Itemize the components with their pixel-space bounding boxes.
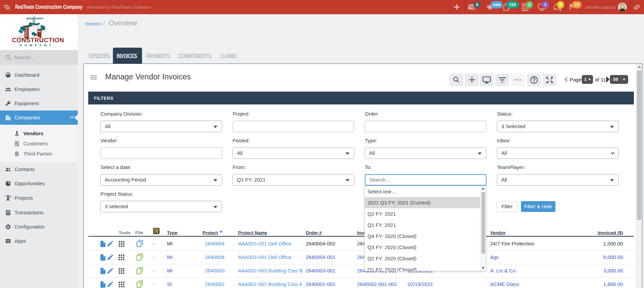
- svg-text:CONSTRUCTION: CONSTRUCTION: [12, 37, 64, 44]
- svg-text:COMPANY: COMPANY: [20, 43, 53, 47]
